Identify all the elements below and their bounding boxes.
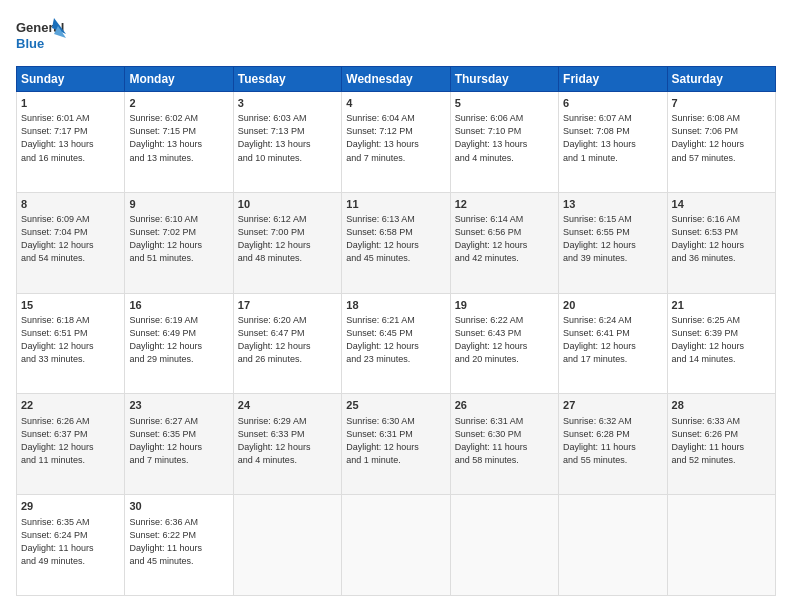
weekday-header-saturday: Saturday [667,67,775,92]
calendar-cell: 28Sunrise: 6:33 AM Sunset: 6:26 PM Dayli… [667,394,775,495]
calendar-cell: 12Sunrise: 6:14 AM Sunset: 6:56 PM Dayli… [450,192,558,293]
calendar-cell: 1Sunrise: 6:01 AM Sunset: 7:17 PM Daylig… [17,92,125,193]
calendar-cell: 17Sunrise: 6:20 AM Sunset: 6:47 PM Dayli… [233,293,341,394]
weekday-header-thursday: Thursday [450,67,558,92]
calendar-cell: 4Sunrise: 6:04 AM Sunset: 7:12 PM Daylig… [342,92,450,193]
calendar-cell: 26Sunrise: 6:31 AM Sunset: 6:30 PM Dayli… [450,394,558,495]
week-row-3: 15Sunrise: 6:18 AM Sunset: 6:51 PM Dayli… [17,293,776,394]
calendar-cell: 18Sunrise: 6:21 AM Sunset: 6:45 PM Dayli… [342,293,450,394]
calendar-cell: 13Sunrise: 6:15 AM Sunset: 6:55 PM Dayli… [559,192,667,293]
calendar-cell: 6Sunrise: 6:07 AM Sunset: 7:08 PM Daylig… [559,92,667,193]
week-row-1: 1Sunrise: 6:01 AM Sunset: 7:17 PM Daylig… [17,92,776,193]
calendar-cell: 15Sunrise: 6:18 AM Sunset: 6:51 PM Dayli… [17,293,125,394]
calendar-cell: 23Sunrise: 6:27 AM Sunset: 6:35 PM Dayli… [125,394,233,495]
day-info: Sunrise: 6:20 AM Sunset: 6:47 PM Dayligh… [238,314,337,366]
day-number: 16 [129,298,228,313]
calendar-cell [342,495,450,596]
calendar-cell: 22Sunrise: 6:26 AM Sunset: 6:37 PM Dayli… [17,394,125,495]
day-number: 30 [129,499,228,514]
day-info: Sunrise: 6:16 AM Sunset: 6:53 PM Dayligh… [672,213,771,265]
day-number: 10 [238,197,337,212]
day-number: 29 [21,499,120,514]
calendar-cell: 16Sunrise: 6:19 AM Sunset: 6:49 PM Dayli… [125,293,233,394]
weekday-header-friday: Friday [559,67,667,92]
day-number: 20 [563,298,662,313]
calendar-cell: 21Sunrise: 6:25 AM Sunset: 6:39 PM Dayli… [667,293,775,394]
day-number: 18 [346,298,445,313]
day-info: Sunrise: 6:30 AM Sunset: 6:31 PM Dayligh… [346,415,445,467]
day-number: 17 [238,298,337,313]
calendar-cell: 8Sunrise: 6:09 AM Sunset: 7:04 PM Daylig… [17,192,125,293]
weekday-header-monday: Monday [125,67,233,92]
calendar-cell [559,495,667,596]
day-info: Sunrise: 6:13 AM Sunset: 6:58 PM Dayligh… [346,213,445,265]
day-info: Sunrise: 6:15 AM Sunset: 6:55 PM Dayligh… [563,213,662,265]
weekday-header-wednesday: Wednesday [342,67,450,92]
calendar-cell: 3Sunrise: 6:03 AM Sunset: 7:13 PM Daylig… [233,92,341,193]
day-number: 28 [672,398,771,413]
calendar-cell: 19Sunrise: 6:22 AM Sunset: 6:43 PM Dayli… [450,293,558,394]
calendar-table: SundayMondayTuesdayWednesdayThursdayFrid… [16,66,776,596]
day-info: Sunrise: 6:31 AM Sunset: 6:30 PM Dayligh… [455,415,554,467]
week-row-4: 22Sunrise: 6:26 AM Sunset: 6:37 PM Dayli… [17,394,776,495]
day-info: Sunrise: 6:25 AM Sunset: 6:39 PM Dayligh… [672,314,771,366]
header: GeneralBlue [16,16,776,56]
calendar-cell: 29Sunrise: 6:35 AM Sunset: 6:24 PM Dayli… [17,495,125,596]
day-info: Sunrise: 6:33 AM Sunset: 6:26 PM Dayligh… [672,415,771,467]
day-info: Sunrise: 6:06 AM Sunset: 7:10 PM Dayligh… [455,112,554,164]
day-number: 3 [238,96,337,111]
day-info: Sunrise: 6:14 AM Sunset: 6:56 PM Dayligh… [455,213,554,265]
calendar-cell: 30Sunrise: 6:36 AM Sunset: 6:22 PM Dayli… [125,495,233,596]
day-info: Sunrise: 6:29 AM Sunset: 6:33 PM Dayligh… [238,415,337,467]
day-info: Sunrise: 6:09 AM Sunset: 7:04 PM Dayligh… [21,213,120,265]
day-info: Sunrise: 6:18 AM Sunset: 6:51 PM Dayligh… [21,314,120,366]
day-number: 26 [455,398,554,413]
day-number: 5 [455,96,554,111]
page: GeneralBlue SundayMondayTuesdayWednesday… [0,0,792,612]
day-number: 24 [238,398,337,413]
day-number: 12 [455,197,554,212]
day-info: Sunrise: 6:02 AM Sunset: 7:15 PM Dayligh… [129,112,228,164]
day-info: Sunrise: 6:03 AM Sunset: 7:13 PM Dayligh… [238,112,337,164]
calendar-cell: 10Sunrise: 6:12 AM Sunset: 7:00 PM Dayli… [233,192,341,293]
day-number: 15 [21,298,120,313]
weekday-header-row: SundayMondayTuesdayWednesdayThursdayFrid… [17,67,776,92]
day-number: 19 [455,298,554,313]
calendar-cell: 24Sunrise: 6:29 AM Sunset: 6:33 PM Dayli… [233,394,341,495]
calendar-cell: 14Sunrise: 6:16 AM Sunset: 6:53 PM Dayli… [667,192,775,293]
day-number: 7 [672,96,771,111]
week-row-5: 29Sunrise: 6:35 AM Sunset: 6:24 PM Dayli… [17,495,776,596]
calendar-cell [667,495,775,596]
week-row-2: 8Sunrise: 6:09 AM Sunset: 7:04 PM Daylig… [17,192,776,293]
calendar-cell: 25Sunrise: 6:30 AM Sunset: 6:31 PM Dayli… [342,394,450,495]
day-info: Sunrise: 6:27 AM Sunset: 6:35 PM Dayligh… [129,415,228,467]
day-number: 25 [346,398,445,413]
calendar-cell: 5Sunrise: 6:06 AM Sunset: 7:10 PM Daylig… [450,92,558,193]
calendar-cell [450,495,558,596]
day-number: 14 [672,197,771,212]
day-number: 2 [129,96,228,111]
day-info: Sunrise: 6:12 AM Sunset: 7:00 PM Dayligh… [238,213,337,265]
calendar-cell: 27Sunrise: 6:32 AM Sunset: 6:28 PM Dayli… [559,394,667,495]
calendar-cell: 2Sunrise: 6:02 AM Sunset: 7:15 PM Daylig… [125,92,233,193]
day-info: Sunrise: 6:36 AM Sunset: 6:22 PM Dayligh… [129,516,228,568]
day-info: Sunrise: 6:24 AM Sunset: 6:41 PM Dayligh… [563,314,662,366]
day-info: Sunrise: 6:10 AM Sunset: 7:02 PM Dayligh… [129,213,228,265]
day-number: 13 [563,197,662,212]
day-number: 22 [21,398,120,413]
logo: GeneralBlue [16,16,68,56]
day-number: 6 [563,96,662,111]
day-info: Sunrise: 6:35 AM Sunset: 6:24 PM Dayligh… [21,516,120,568]
day-number: 8 [21,197,120,212]
day-info: Sunrise: 6:01 AM Sunset: 7:17 PM Dayligh… [21,112,120,164]
day-number: 27 [563,398,662,413]
weekday-header-sunday: Sunday [17,67,125,92]
day-number: 21 [672,298,771,313]
calendar-cell [233,495,341,596]
day-info: Sunrise: 6:08 AM Sunset: 7:06 PM Dayligh… [672,112,771,164]
day-info: Sunrise: 6:21 AM Sunset: 6:45 PM Dayligh… [346,314,445,366]
day-number: 11 [346,197,445,212]
calendar-cell: 11Sunrise: 6:13 AM Sunset: 6:58 PM Dayli… [342,192,450,293]
day-info: Sunrise: 6:04 AM Sunset: 7:12 PM Dayligh… [346,112,445,164]
day-info: Sunrise: 6:19 AM Sunset: 6:49 PM Dayligh… [129,314,228,366]
